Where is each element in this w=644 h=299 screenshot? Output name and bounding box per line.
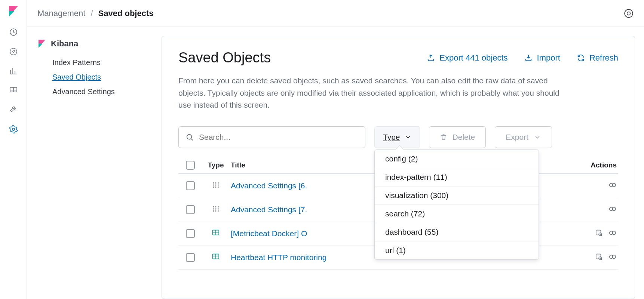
svg-point-7 (625, 9, 633, 18)
refresh-icon (577, 54, 585, 62)
svg-point-29 (213, 210, 214, 211)
type-option-dashboard[interactable]: dashboard (55) (375, 223, 539, 241)
page-title: Saved Objects (178, 50, 271, 66)
kibana-mark-icon (37, 39, 46, 48)
refresh-label: Refresh (589, 53, 618, 63)
svg-point-24 (215, 206, 216, 207)
type-filter-popover: config (2) index-pattern (11) visualizat… (374, 150, 539, 260)
svg-point-27 (215, 209, 216, 209)
export-selection-button[interactable]: Export (495, 126, 552, 148)
svg-point-19 (215, 187, 216, 187)
svg-point-12 (213, 182, 214, 183)
row-checkbox[interactable] (186, 253, 195, 262)
svg-point-6 (12, 128, 15, 130)
delete-label: Delete (453, 133, 475, 142)
svg-marker-1 (9, 11, 14, 16)
recent-icon[interactable] (9, 28, 18, 37)
svg-point-13 (215, 182, 216, 183)
import-button[interactable]: Import (524, 53, 560, 63)
type-option-index-pattern[interactable]: index-pattern (11) (375, 168, 539, 186)
breadcrumb: Management / Saved objects (37, 9, 154, 18)
svg-point-18 (213, 187, 214, 187)
type-option-url[interactable]: url (1) (375, 241, 539, 259)
type-dashboard-icon (212, 229, 220, 237)
management-icon[interactable] (9, 125, 18, 134)
relationships-icon[interactable] (608, 253, 617, 263)
trash-icon (440, 133, 447, 141)
inspect-icon[interactable] (595, 229, 603, 239)
toolbar: Type config (2) index-pattern (11) visua… (178, 126, 618, 148)
type-filter-label: Type (383, 133, 400, 142)
row-checkbox[interactable] (186, 229, 195, 238)
page-description: From here you can delete saved objects, … (178, 75, 560, 111)
search-input[interactable] (199, 133, 358, 142)
export-all-button[interactable]: Export 441 objects (427, 53, 507, 63)
svg-point-23 (213, 206, 214, 207)
type-dashboard-icon (212, 253, 220, 261)
import-label: Import (537, 53, 560, 63)
inspect-icon[interactable] (595, 253, 603, 263)
nav-saved-objects[interactable]: Saved Objects (37, 70, 154, 84)
svg-point-14 (218, 182, 219, 183)
select-all-checkbox[interactable] (186, 161, 195, 170)
dashboard-icon[interactable] (9, 86, 18, 95)
svg-point-16 (215, 185, 216, 185)
header-type: Type (201, 161, 231, 169)
nav-brand: Kibana (37, 39, 154, 49)
visualize-icon[interactable] (9, 67, 18, 75)
export-icon (427, 54, 435, 62)
svg-point-11 (187, 134, 192, 139)
search-box[interactable] (178, 126, 365, 148)
breadcrumb-separator: / (91, 9, 93, 18)
svg-point-30 (215, 210, 216, 211)
nav-advanced-settings[interactable]: Advanced Settings (37, 84, 154, 99)
top-bar: Management / Saved objects (27, 0, 644, 27)
relationships-icon[interactable] (608, 229, 617, 239)
relationships-icon[interactable] (608, 181, 617, 191)
row-checkbox[interactable] (186, 181, 195, 190)
svg-rect-35 (596, 230, 601, 235)
chevron-down-icon (534, 133, 541, 141)
import-icon (524, 54, 533, 62)
svg-point-4 (10, 48, 17, 55)
breadcrumb-parent[interactable]: Management (37, 9, 85, 18)
nav-brand-label: Kibana (51, 39, 78, 49)
svg-point-31 (218, 210, 219, 211)
chevron-down-icon (405, 134, 411, 141)
export-selection-label: Export (506, 133, 528, 142)
svg-point-15 (213, 185, 214, 185)
page-actions: Export 441 objects Import Refresh (427, 53, 618, 63)
nav-index-patterns[interactable]: Index Patterns (37, 55, 154, 70)
refresh-button[interactable]: Refresh (577, 53, 618, 63)
content-panel: Saved Objects Export 441 objects Import (162, 36, 635, 299)
breadcrumb-current: Saved objects (98, 9, 154, 18)
search-icon (185, 133, 194, 141)
header-actions: Actions (572, 161, 617, 169)
type-option-visualization[interactable]: visualization (300) (375, 186, 539, 204)
svg-point-28 (218, 209, 219, 209)
type-option-search[interactable]: search (72) (375, 204, 539, 223)
settings-nav: Kibana Index Patterns Saved Objects Adva… (27, 36, 162, 299)
svg-point-17 (218, 185, 219, 185)
help-icon[interactable] (624, 9, 634, 18)
type-filter-button[interactable]: Type (374, 126, 420, 148)
svg-point-25 (218, 206, 219, 207)
side-rail (0, 0, 27, 299)
type-config-icon (212, 181, 220, 189)
type-option-config[interactable]: config (2) (375, 150, 539, 168)
svg-marker-10 (39, 44, 43, 48)
discover-icon[interactable] (9, 47, 18, 56)
type-config-icon (212, 205, 220, 213)
delete-button[interactable]: Delete (429, 126, 486, 148)
kibana-logo-icon[interactable] (7, 5, 19, 17)
svg-point-20 (218, 187, 219, 187)
devtools-icon[interactable] (9, 105, 18, 114)
relationships-icon[interactable] (608, 205, 617, 215)
svg-point-8 (627, 12, 631, 15)
svg-rect-40 (596, 254, 601, 259)
export-all-label: Export 441 objects (439, 53, 507, 63)
svg-point-26 (213, 209, 214, 209)
row-checkbox[interactable] (186, 205, 195, 214)
